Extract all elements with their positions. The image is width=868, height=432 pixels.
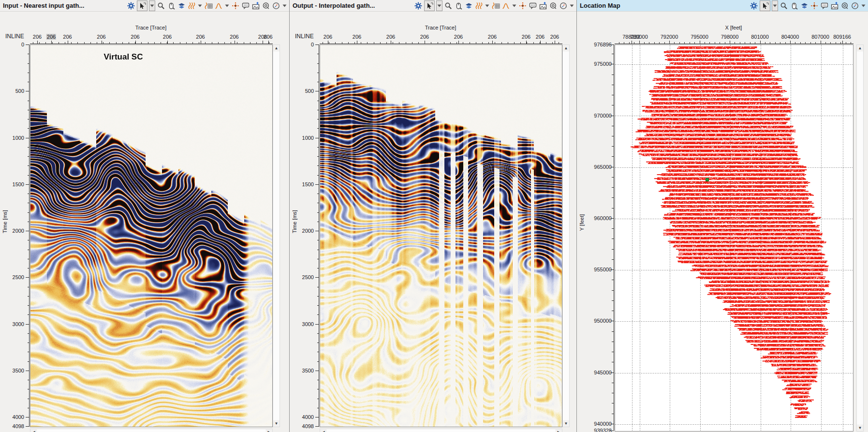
wiggle-dropdown-icon[interactable]: [485, 1, 490, 10]
scroll-right-button[interactable]: ▶: [556, 429, 562, 432]
y-tick-mark: [315, 91, 319, 91]
y-tick-label: 965000: [577, 164, 612, 170]
layers-icon[interactable]: [464, 1, 473, 10]
x-tick-mark: [37, 41, 38, 44]
panel-title: Output - Interpolated gath...: [293, 2, 375, 9]
comment-icon[interactable]: [241, 1, 250, 10]
wiggle-dropdown-icon[interactable]: [197, 1, 203, 10]
select-dropdown-icon[interactable]: [772, 0, 778, 11]
compass-icon[interactable]: [559, 1, 568, 10]
select-mode-icon[interactable]: [760, 0, 770, 11]
x-minor-tick: [323, 42, 323, 44]
vertical-scrollbar[interactable]: ▲▼: [273, 45, 280, 427]
y-minor-tick: [28, 333, 29, 334]
y-minor-tick: [317, 296, 319, 297]
x-tick-label: 809166: [833, 34, 851, 40]
compass-dropdown-icon[interactable]: [861, 1, 866, 10]
scrollbar-thumb[interactable]: [327, 429, 555, 432]
scrollbar-thumb[interactable]: [857, 52, 863, 424]
crosshair-icon[interactable]: [810, 1, 819, 10]
y-minor-tick: [612, 290, 614, 291]
wiggle-display-icon[interactable]: [187, 1, 196, 10]
actual-size-icon[interactable]: [840, 1, 849, 10]
y-minor-tick: [317, 110, 319, 110]
scroll-up-button[interactable]: ▲: [563, 45, 569, 51]
y-minor-tick: [317, 156, 319, 157]
comment-icon[interactable]: [529, 1, 537, 10]
wiggle-display-icon[interactable]: [474, 1, 483, 10]
scroll-left-button[interactable]: ◀: [320, 429, 326, 432]
scroll-right-button[interactable]: ▶: [266, 429, 272, 432]
select-dropdown-icon[interactable]: [149, 0, 155, 11]
zoom-icon[interactable]: [780, 1, 788, 10]
gear-icon[interactable]: [750, 1, 758, 10]
wiggle-grid-icon[interactable]: [491, 1, 500, 10]
zoom-icon[interactable]: [157, 1, 165, 10]
x-minor-tick: [431, 42, 431, 44]
horizontal-scrollbar[interactable]: ◀▶: [320, 429, 562, 432]
panel-map-header[interactable]: Location Map: [577, 0, 868, 12]
y-tick-label: 2500: [0, 274, 24, 280]
crosshair-icon[interactable]: [231, 1, 240, 10]
location-map-plot[interactable]: [615, 45, 853, 432]
crosshair-icon[interactable]: [518, 1, 527, 10]
scrollbar-thumb[interactable]: [273, 52, 280, 420]
histogram-dropdown-icon[interactable]: [512, 1, 517, 10]
compass-icon[interactable]: [272, 1, 280, 10]
compass-dropdown-icon[interactable]: [569, 1, 574, 10]
scroll-down-button[interactable]: ▼: [857, 425, 863, 431]
histogram-icon[interactable]: [501, 1, 510, 10]
layers-icon[interactable]: [177, 1, 186, 10]
y-minor-tick: [612, 177, 614, 178]
zoom-icon[interactable]: [444, 1, 453, 10]
y-tick-mark: [610, 167, 614, 167]
y-minor-tick: [612, 187, 614, 188]
seismic-plot-input[interactable]: [30, 45, 273, 427]
vertical-scrollbar[interactable]: ▲▼: [562, 45, 570, 427]
y-tick-mark: [610, 424, 614, 424]
y-tick-mark: [610, 431, 614, 431]
histogram-icon[interactable]: [214, 1, 223, 10]
panel-output-header[interactable]: Output - Interpolated gath...: [290, 0, 576, 12]
x-minor-tick: [250, 42, 250, 44]
y-tick-mark: [26, 324, 29, 325]
scroll-up-button[interactable]: ▲: [857, 45, 863, 51]
export-image-icon[interactable]: [830, 1, 839, 10]
wiggle-grid-icon[interactable]: [204, 1, 213, 10]
scroll-up-button[interactable]: ▲: [273, 45, 280, 51]
x-minor-tick: [649, 42, 649, 44]
scrollbar-thumb[interactable]: [563, 52, 569, 420]
scroll-left-button[interactable]: ◀: [30, 429, 37, 432]
vertical-scrollbar[interactable]: ▲▼: [856, 45, 864, 432]
x-minor-tick: [785, 42, 786, 44]
y-tick-label: 939328: [577, 428, 612, 432]
seismic-plot-output[interactable]: [320, 45, 562, 427]
select-mode-icon[interactable]: [137, 0, 147, 11]
panel-input-header[interactable]: Input - Nearest input gath...: [0, 0, 289, 12]
scrollbar-thumb[interactable]: [37, 429, 265, 432]
select-dropdown-icon[interactable]: [436, 0, 442, 11]
compass-icon[interactable]: [851, 1, 859, 10]
scroll-down-button[interactable]: ▼: [563, 420, 569, 427]
y-minor-tick: [317, 333, 319, 334]
x-minor-tick: [770, 42, 770, 44]
x-minor-tick: [116, 42, 117, 44]
horizontal-scrollbar[interactable]: ◀▶: [30, 429, 273, 432]
layers-icon[interactable]: [800, 1, 809, 10]
export-image-icon[interactable]: [539, 1, 547, 10]
x-tick-mark: [492, 41, 493, 44]
gear-icon[interactable]: [414, 1, 423, 10]
gear-icon[interactable]: [127, 1, 135, 10]
mouse-probe-icon[interactable]: [790, 1, 798, 10]
mouse-probe-icon[interactable]: [454, 1, 463, 10]
histogram-dropdown-icon[interactable]: [224, 1, 230, 10]
comment-icon[interactable]: [820, 1, 829, 10]
actual-size-icon[interactable]: [262, 1, 270, 10]
actual-size-icon[interactable]: [549, 1, 558, 10]
scroll-down-button[interactable]: ▼: [273, 420, 280, 427]
select-mode-icon[interactable]: [424, 0, 435, 11]
x-minor-tick: [438, 42, 438, 44]
mouse-probe-icon[interactable]: [167, 1, 176, 10]
export-image-icon[interactable]: [251, 1, 260, 10]
compass-dropdown-icon[interactable]: [282, 1, 287, 10]
